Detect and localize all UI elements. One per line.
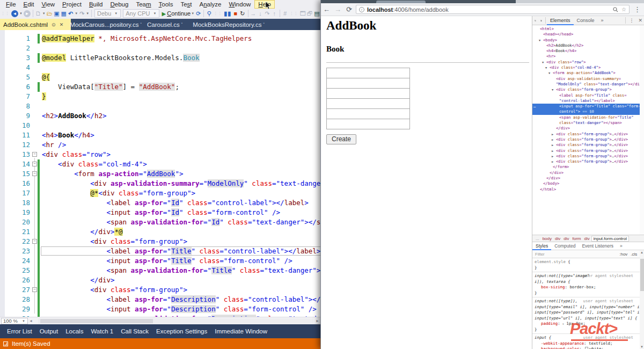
filter-toggle[interactable]: .cls bbox=[629, 252, 639, 257]
dom-tree-row[interactable]: </form> bbox=[532, 164, 640, 170]
uncomment-icon[interactable]: 🗗 bbox=[307, 10, 313, 18]
styles-tab-styles[interactable]: Styles bbox=[532, 242, 551, 250]
dom-tree-row[interactable]: <h4>Book</h4> bbox=[532, 48, 640, 54]
step-back-icon[interactable]: ↑ bbox=[272, 10, 277, 18]
dom-tree-row[interactable]: <span asp-validation-for="Title" bbox=[532, 115, 640, 120]
styles-tab-computed[interactable]: Computed bbox=[551, 242, 579, 250]
menu-item-project[interactable]: Project bbox=[58, 0, 85, 9]
form-text-input[interactable] bbox=[326, 78, 410, 89]
breakpoints-icon[interactable]: # bbox=[282, 10, 288, 18]
hscroll-thumb[interactable] bbox=[40, 319, 153, 323]
devtools-more-tabs[interactable]: » bbox=[598, 16, 607, 25]
step-over-icon[interactable]: → bbox=[250, 10, 256, 18]
dom-tree-row[interactable]: <html> bbox=[532, 26, 640, 32]
continue-caret[interactable]: ▼ bbox=[191, 12, 194, 15]
new-file-caret[interactable]: ▼ bbox=[42, 12, 46, 15]
dom-tree-row[interactable]: "ModelOnly" class="text-danger"></div> bbox=[532, 82, 640, 87]
bookmark-star-icon[interactable]: ☆ bbox=[621, 6, 626, 12]
panel-tab-call-stack[interactable]: Call Stack bbox=[117, 326, 152, 336]
dom-tree-row[interactable]: ▶<div class="form-group">…</div> bbox=[532, 148, 640, 154]
reload-button[interactable]: ⟳ bbox=[343, 5, 355, 13]
back-dropdown-caret[interactable]: ▼ bbox=[19, 12, 23, 15]
dom-tree-row[interactable]: ▶<div class="form-group">…</div> bbox=[532, 159, 640, 164]
refresh-button[interactable]: ⟳ bbox=[195, 10, 201, 18]
continue-button[interactable]: Continue bbox=[167, 10, 191, 17]
step-out-icon[interactable]: ↷ bbox=[265, 10, 270, 18]
docs-icon[interactable]: ▤ bbox=[314, 10, 320, 18]
new-file-button[interactable]: 🗋 bbox=[35, 10, 41, 18]
tree-collapse-arrow[interactable]: ▶ bbox=[552, 142, 553, 148]
tree-collapse-arrow[interactable]: ▶ bbox=[552, 137, 553, 142]
fold-toggle[interactable]: − bbox=[32, 162, 37, 166]
styles-filter-input[interactable]: Filter bbox=[532, 252, 618, 257]
url-text[interactable]: localhost:4006/home/addbook bbox=[367, 6, 610, 13]
comment-icon[interactable]: 🗔 bbox=[300, 10, 306, 18]
panel-tab-error-list[interactable]: Error List bbox=[3, 326, 36, 336]
tree-expand-arrow[interactable]: ▼ bbox=[539, 38, 540, 43]
styles-tab-event-listeners[interactable]: Event Listeners bbox=[579, 242, 617, 250]
form-text-input[interactable] bbox=[326, 108, 410, 119]
menu-item-window[interactable]: Window bbox=[225, 0, 254, 9]
doc-tab-mockbooksrepository-cs[interactable]: MockBooksRepository.cs▪ bbox=[189, 19, 268, 30]
scroll-up-arrow[interactable]: ▲ bbox=[640, 251, 643, 254]
code-editor[interactable]: 1@addTagHelper *, Microsoft.AspNetCore.M… bbox=[0, 30, 320, 317]
breadcrumb-item[interactable]: div bbox=[562, 236, 570, 241]
devtools-tab-console[interactable]: Console bbox=[574, 16, 598, 25]
redo-caret[interactable]: ▼ bbox=[86, 12, 89, 15]
breadcrumb-item[interactable]: form bbox=[571, 236, 583, 241]
menu-item-tools[interactable]: Tools bbox=[155, 0, 177, 9]
fold-toggle[interactable]: − bbox=[32, 287, 37, 292]
styles-scroll-thumb[interactable] bbox=[640, 259, 644, 291]
fold-toggle[interactable]: − bbox=[32, 152, 37, 157]
continue-play-icon[interactable]: ▶ bbox=[162, 11, 166, 17]
dom-tree-row[interactable]: …<input asp-for="Title" class="form- bbox=[532, 104, 640, 109]
navigate-forward-button[interactable]: ► bbox=[24, 10, 31, 18]
dom-tree-row[interactable]: </div> bbox=[532, 170, 640, 176]
device-toolbar-icon[interactable] bbox=[538, 18, 544, 24]
panel-tab-output[interactable]: Output bbox=[36, 326, 62, 336]
fold-toggle[interactable]: − bbox=[32, 171, 37, 176]
dom-tree-row[interactable]: </body> bbox=[532, 181, 640, 186]
form-text-input[interactable] bbox=[326, 68, 410, 78]
dom-tree-row[interactable]: ▶<div class="form-group">…</div> bbox=[532, 132, 640, 137]
dom-tree-row[interactable]: ▼<div class="form-group"> bbox=[532, 87, 640, 92]
dom-tree-row[interactable]: class="text-danger"></span> bbox=[532, 120, 640, 126]
undo-caret[interactable]: ▼ bbox=[75, 12, 78, 15]
solution-config-dropdown[interactable]: Debu▼ bbox=[94, 9, 121, 18]
dom-tree-row[interactable]: ▼<div class="col-md-4"> bbox=[532, 65, 640, 70]
restart-button[interactable]: ↻ bbox=[239, 10, 245, 18]
dom-tree-row[interactable]: <label asp-for="Title" class= bbox=[532, 93, 640, 98]
menu-item-view[interactable]: View bbox=[38, 0, 58, 9]
filter-toggle[interactable]: :hov bbox=[618, 252, 629, 257]
save-button[interactable]: ▣ bbox=[54, 10, 60, 18]
create-button[interactable]: Create bbox=[326, 134, 356, 144]
dom-tree-row[interactable]: ▶<div class="form-group">…</div> bbox=[532, 137, 640, 142]
tree-expand-arrow[interactable]: ▼ bbox=[548, 70, 550, 76]
dom-tree-row[interactable]: control"> == $0 bbox=[532, 109, 640, 114]
dom-tree-row[interactable]: </div> bbox=[532, 126, 640, 131]
site-info-icon[interactable]: i bbox=[359, 7, 364, 12]
tree-collapse-arrow[interactable]: ▶ bbox=[552, 132, 553, 137]
dom-tree-row[interactable]: <div asp-validation-summary= bbox=[532, 76, 640, 82]
dom-tree-row[interactable]: ▶<div class="form-group">…</div> bbox=[532, 142, 640, 148]
dom-tree-row[interactable]: <head></head> bbox=[532, 32, 640, 37]
dom-tree-row[interactable]: ▼<body> bbox=[532, 38, 640, 43]
dom-tree-row[interactable]: </div> bbox=[532, 176, 640, 181]
dom-tree-row[interactable]: <h2>AddBook</h2> bbox=[532, 43, 640, 48]
scroll-left-arrow[interactable]: ◄ bbox=[28, 319, 34, 323]
tree-collapse-arrow[interactable]: ▶ bbox=[552, 154, 553, 159]
tree-collapse-arrow[interactable]: ▶ bbox=[552, 159, 553, 164]
browser-menu-icon[interactable]: ⋮ bbox=[632, 5, 643, 13]
dom-tree-row[interactable]: ▶<div class="form-group">…</div> bbox=[532, 154, 640, 159]
scroll-right-arrow[interactable]: ► bbox=[314, 319, 320, 323]
scroll-down-arrow[interactable]: ▼ bbox=[640, 345, 643, 348]
doc-tab-addbook-cshtml[interactable]: AddBook.cshtml⊙✕ bbox=[0, 19, 71, 30]
tree-expand-arrow[interactable]: ▼ bbox=[542, 60, 544, 65]
menu-item-file[interactable]: File bbox=[2, 0, 20, 9]
devtools-menu-icon[interactable]: ⋮ bbox=[627, 18, 636, 23]
open-folder-icon[interactable]: 🗁 bbox=[47, 10, 53, 18]
dom-tree-row[interactable]: ▼<div class="row"> bbox=[532, 60, 640, 65]
breadcrumb-item[interactable]: body bbox=[541, 236, 553, 241]
breadcrumb-item[interactable]: input.form-control bbox=[591, 236, 629, 242]
forward-button[interactable]: → bbox=[332, 5, 343, 13]
